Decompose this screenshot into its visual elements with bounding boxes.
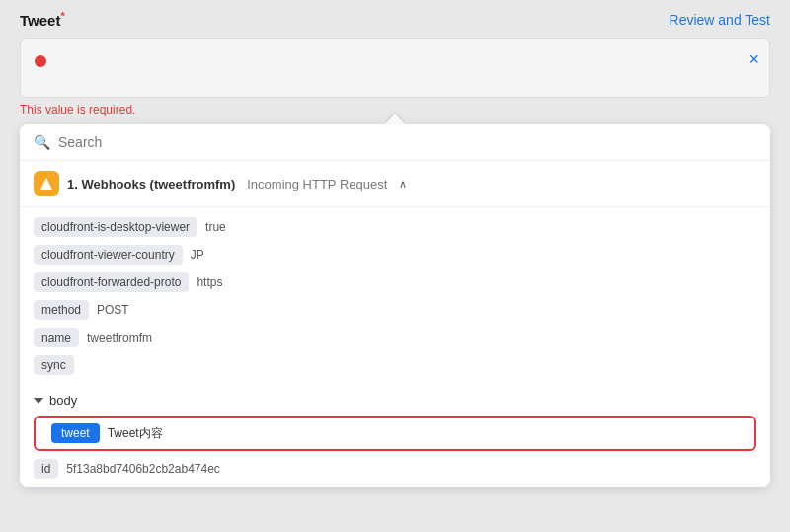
tag-key: sync <box>34 355 74 375</box>
tag-value: POST <box>97 303 129 317</box>
body-section: body tweet Tweet内容 id 5f13a8bd7406b2cb2a… <box>20 385 770 487</box>
tag-row-cloudfront-desktop[interactable]: cloudfront-is-desktop-viewer true <box>34 213 756 241</box>
tag-key: cloudfront-forwarded-proto <box>34 272 189 292</box>
body-label: body <box>49 393 77 408</box>
tag-value: tweetfromfm <box>87 331 152 344</box>
body-header[interactable]: body <box>34 389 756 412</box>
red-dot-indicator <box>35 55 46 67</box>
id-tag: id <box>34 459 58 479</box>
webhook-section-header: 1. Webhooks (tweetfromfm) Incoming HTTP … <box>20 161 770 207</box>
tweet-content-label: Tweet内容 <box>108 425 163 442</box>
tag-key: name <box>34 328 79 347</box>
tweet-highlight-row[interactable]: tweet Tweet内容 <box>34 416 756 451</box>
page-wrapper: Tweet* Review and Test × This value is r… <box>0 0 790 532</box>
top-bar: Tweet* Review and Test <box>0 0 790 38</box>
tag-key: cloudfront-is-desktop-viewer <box>34 217 198 237</box>
tag-row-cloudfront-country[interactable]: cloudfront-viewer-country JP <box>34 241 756 268</box>
tweet-input-area[interactable]: × <box>20 38 770 98</box>
tag-key: cloudfront-viewer-country <box>34 245 183 265</box>
webhook-icon <box>34 171 59 196</box>
tag-value: https <box>197 275 222 289</box>
search-row: 🔍 <box>20 124 770 161</box>
collapse-icon <box>34 398 43 404</box>
field-label: Tweet* <box>20 10 65 29</box>
tag-key: method <box>34 300 89 320</box>
dropdown-container: 🔍 1. Webhooks (tweetfromfm) Incoming HTT… <box>10 124 780 487</box>
section-step: 1. Webhooks (tweetfromfm) <box>67 177 235 191</box>
dropdown-panel: 🔍 1. Webhooks (tweetfromfm) Incoming HTT… <box>20 124 770 487</box>
search-icon: 🔍 <box>34 134 50 150</box>
tag-value: JP <box>191 248 204 262</box>
tag-row-cloudfront-forwarded[interactable]: cloudfront-forwarded-proto https <box>34 268 756 296</box>
id-value: 5f13a8bd7406b2cb2ab474ec <box>66 462 219 476</box>
tag-row-method[interactable]: method POST <box>34 296 756 324</box>
chevron-up-icon[interactable]: ∧ <box>399 178 407 190</box>
tag-row-sync[interactable]: sync <box>34 351 756 379</box>
search-input[interactable] <box>58 134 756 150</box>
dropdown-arrow <box>385 114 405 124</box>
tweet-tag[interactable]: tweet <box>51 423 100 443</box>
tag-row-name[interactable]: name tweetfromfm <box>34 324 756 351</box>
review-test-link[interactable]: Review and Test <box>670 12 770 28</box>
close-button[interactable]: × <box>749 49 759 70</box>
id-row[interactable]: id 5f13a8bd7406b2cb2ab474ec <box>34 455 756 483</box>
section-subtitle: Incoming HTTP Request <box>247 177 387 191</box>
tag-value: true <box>205 220 226 234</box>
svg-marker-0 <box>40 178 52 190</box>
tags-list: cloudfront-is-desktop-viewer true cloudf… <box>20 207 770 385</box>
